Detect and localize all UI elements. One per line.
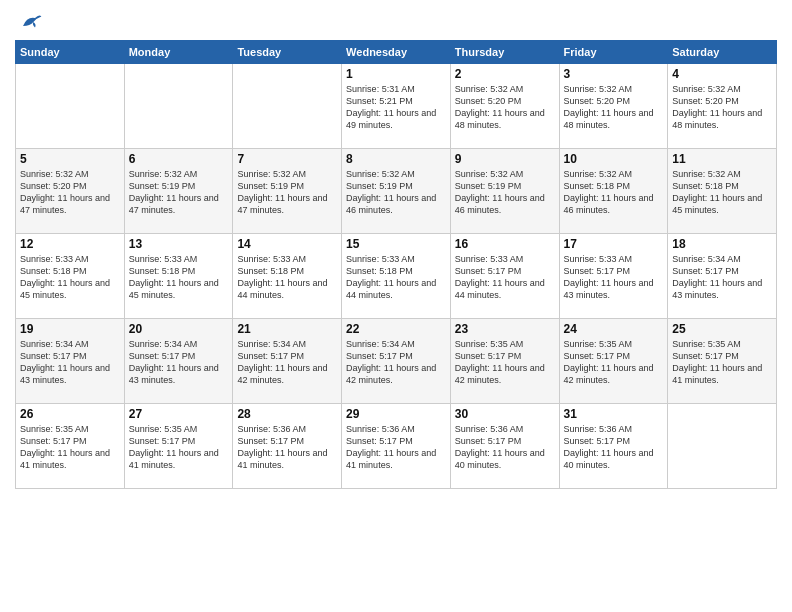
calendar-cell: 11Sunrise: 5:32 AM Sunset: 5:18 PM Dayli… bbox=[668, 149, 777, 234]
day-number: 21 bbox=[237, 322, 337, 336]
day-info: Sunrise: 5:34 AM Sunset: 5:17 PM Dayligh… bbox=[672, 253, 772, 302]
day-number: 17 bbox=[564, 237, 664, 251]
day-number: 27 bbox=[129, 407, 229, 421]
week-row-4: 19Sunrise: 5:34 AM Sunset: 5:17 PM Dayli… bbox=[16, 319, 777, 404]
day-number: 24 bbox=[564, 322, 664, 336]
day-info: Sunrise: 5:36 AM Sunset: 5:17 PM Dayligh… bbox=[455, 423, 555, 472]
calendar-cell: 13Sunrise: 5:33 AM Sunset: 5:18 PM Dayli… bbox=[124, 234, 233, 319]
day-number: 6 bbox=[129, 152, 229, 166]
weekday-header-tuesday: Tuesday bbox=[233, 41, 342, 64]
day-number: 29 bbox=[346, 407, 446, 421]
day-number: 4 bbox=[672, 67, 772, 81]
day-info: Sunrise: 5:32 AM Sunset: 5:19 PM Dayligh… bbox=[346, 168, 446, 217]
calendar-cell: 10Sunrise: 5:32 AM Sunset: 5:18 PM Dayli… bbox=[559, 149, 668, 234]
weekday-header-wednesday: Wednesday bbox=[342, 41, 451, 64]
calendar-cell: 3Sunrise: 5:32 AM Sunset: 5:20 PM Daylig… bbox=[559, 64, 668, 149]
day-info: Sunrise: 5:32 AM Sunset: 5:18 PM Dayligh… bbox=[564, 168, 664, 217]
day-number: 15 bbox=[346, 237, 446, 251]
day-number: 9 bbox=[455, 152, 555, 166]
day-number: 12 bbox=[20, 237, 120, 251]
calendar-cell: 23Sunrise: 5:35 AM Sunset: 5:17 PM Dayli… bbox=[450, 319, 559, 404]
header bbox=[15, 10, 777, 34]
calendar-cell: 7Sunrise: 5:32 AM Sunset: 5:19 PM Daylig… bbox=[233, 149, 342, 234]
calendar-cell: 8Sunrise: 5:32 AM Sunset: 5:19 PM Daylig… bbox=[342, 149, 451, 234]
day-info: Sunrise: 5:34 AM Sunset: 5:17 PM Dayligh… bbox=[346, 338, 446, 387]
calendar-cell: 14Sunrise: 5:33 AM Sunset: 5:18 PM Dayli… bbox=[233, 234, 342, 319]
logo-bird-icon bbox=[19, 10, 43, 34]
day-info: Sunrise: 5:33 AM Sunset: 5:18 PM Dayligh… bbox=[346, 253, 446, 302]
day-number: 13 bbox=[129, 237, 229, 251]
calendar-cell: 24Sunrise: 5:35 AM Sunset: 5:17 PM Dayli… bbox=[559, 319, 668, 404]
day-info: Sunrise: 5:35 AM Sunset: 5:17 PM Dayligh… bbox=[129, 423, 229, 472]
calendar-cell: 18Sunrise: 5:34 AM Sunset: 5:17 PM Dayli… bbox=[668, 234, 777, 319]
calendar-cell: 6Sunrise: 5:32 AM Sunset: 5:19 PM Daylig… bbox=[124, 149, 233, 234]
day-info: Sunrise: 5:34 AM Sunset: 5:17 PM Dayligh… bbox=[237, 338, 337, 387]
day-number: 26 bbox=[20, 407, 120, 421]
day-number: 22 bbox=[346, 322, 446, 336]
day-info: Sunrise: 5:36 AM Sunset: 5:17 PM Dayligh… bbox=[346, 423, 446, 472]
day-number: 8 bbox=[346, 152, 446, 166]
week-row-5: 26Sunrise: 5:35 AM Sunset: 5:17 PM Dayli… bbox=[16, 404, 777, 489]
calendar-cell: 2Sunrise: 5:32 AM Sunset: 5:20 PM Daylig… bbox=[450, 64, 559, 149]
calendar: SundayMondayTuesdayWednesdayThursdayFrid… bbox=[15, 40, 777, 489]
day-info: Sunrise: 5:36 AM Sunset: 5:17 PM Dayligh… bbox=[564, 423, 664, 472]
day-number: 18 bbox=[672, 237, 772, 251]
day-number: 1 bbox=[346, 67, 446, 81]
day-number: 2 bbox=[455, 67, 555, 81]
calendar-cell bbox=[668, 404, 777, 489]
calendar-cell: 9Sunrise: 5:32 AM Sunset: 5:19 PM Daylig… bbox=[450, 149, 559, 234]
day-number: 30 bbox=[455, 407, 555, 421]
day-info: Sunrise: 5:32 AM Sunset: 5:19 PM Dayligh… bbox=[237, 168, 337, 217]
day-number: 16 bbox=[455, 237, 555, 251]
calendar-cell: 4Sunrise: 5:32 AM Sunset: 5:20 PM Daylig… bbox=[668, 64, 777, 149]
day-number: 23 bbox=[455, 322, 555, 336]
day-info: Sunrise: 5:35 AM Sunset: 5:17 PM Dayligh… bbox=[564, 338, 664, 387]
day-number: 10 bbox=[564, 152, 664, 166]
day-info: Sunrise: 5:34 AM Sunset: 5:17 PM Dayligh… bbox=[20, 338, 120, 387]
calendar-cell: 1Sunrise: 5:31 AM Sunset: 5:21 PM Daylig… bbox=[342, 64, 451, 149]
day-info: Sunrise: 5:33 AM Sunset: 5:17 PM Dayligh… bbox=[564, 253, 664, 302]
day-info: Sunrise: 5:33 AM Sunset: 5:18 PM Dayligh… bbox=[20, 253, 120, 302]
day-number: 31 bbox=[564, 407, 664, 421]
day-number: 19 bbox=[20, 322, 120, 336]
weekday-header-sunday: Sunday bbox=[16, 41, 125, 64]
day-info: Sunrise: 5:33 AM Sunset: 5:18 PM Dayligh… bbox=[129, 253, 229, 302]
day-info: Sunrise: 5:33 AM Sunset: 5:18 PM Dayligh… bbox=[237, 253, 337, 302]
weekday-header-saturday: Saturday bbox=[668, 41, 777, 64]
day-number: 7 bbox=[237, 152, 337, 166]
day-number: 28 bbox=[237, 407, 337, 421]
day-info: Sunrise: 5:34 AM Sunset: 5:17 PM Dayligh… bbox=[129, 338, 229, 387]
calendar-cell bbox=[16, 64, 125, 149]
calendar-cell: 30Sunrise: 5:36 AM Sunset: 5:17 PM Dayli… bbox=[450, 404, 559, 489]
weekday-header-row: SundayMondayTuesdayWednesdayThursdayFrid… bbox=[16, 41, 777, 64]
weekday-header-friday: Friday bbox=[559, 41, 668, 64]
day-number: 20 bbox=[129, 322, 229, 336]
day-info: Sunrise: 5:33 AM Sunset: 5:17 PM Dayligh… bbox=[455, 253, 555, 302]
calendar-cell: 21Sunrise: 5:34 AM Sunset: 5:17 PM Dayli… bbox=[233, 319, 342, 404]
calendar-cell bbox=[233, 64, 342, 149]
day-info: Sunrise: 5:32 AM Sunset: 5:19 PM Dayligh… bbox=[455, 168, 555, 217]
weekday-header-thursday: Thursday bbox=[450, 41, 559, 64]
day-info: Sunrise: 5:36 AM Sunset: 5:17 PM Dayligh… bbox=[237, 423, 337, 472]
calendar-cell bbox=[124, 64, 233, 149]
calendar-cell: 15Sunrise: 5:33 AM Sunset: 5:18 PM Dayli… bbox=[342, 234, 451, 319]
calendar-cell: 17Sunrise: 5:33 AM Sunset: 5:17 PM Dayli… bbox=[559, 234, 668, 319]
day-info: Sunrise: 5:32 AM Sunset: 5:20 PM Dayligh… bbox=[672, 83, 772, 132]
day-number: 11 bbox=[672, 152, 772, 166]
calendar-cell: 31Sunrise: 5:36 AM Sunset: 5:17 PM Dayli… bbox=[559, 404, 668, 489]
calendar-cell: 5Sunrise: 5:32 AM Sunset: 5:20 PM Daylig… bbox=[16, 149, 125, 234]
calendar-cell: 29Sunrise: 5:36 AM Sunset: 5:17 PM Dayli… bbox=[342, 404, 451, 489]
calendar-cell: 27Sunrise: 5:35 AM Sunset: 5:17 PM Dayli… bbox=[124, 404, 233, 489]
week-row-2: 5Sunrise: 5:32 AM Sunset: 5:20 PM Daylig… bbox=[16, 149, 777, 234]
calendar-cell: 20Sunrise: 5:34 AM Sunset: 5:17 PM Dayli… bbox=[124, 319, 233, 404]
day-info: Sunrise: 5:35 AM Sunset: 5:17 PM Dayligh… bbox=[455, 338, 555, 387]
day-info: Sunrise: 5:32 AM Sunset: 5:20 PM Dayligh… bbox=[564, 83, 664, 132]
week-row-1: 1Sunrise: 5:31 AM Sunset: 5:21 PM Daylig… bbox=[16, 64, 777, 149]
calendar-cell: 12Sunrise: 5:33 AM Sunset: 5:18 PM Dayli… bbox=[16, 234, 125, 319]
day-number: 25 bbox=[672, 322, 772, 336]
day-info: Sunrise: 5:32 AM Sunset: 5:19 PM Dayligh… bbox=[129, 168, 229, 217]
day-number: 3 bbox=[564, 67, 664, 81]
day-number: 5 bbox=[20, 152, 120, 166]
page: SundayMondayTuesdayWednesdayThursdayFrid… bbox=[0, 0, 792, 612]
weekday-header-monday: Monday bbox=[124, 41, 233, 64]
